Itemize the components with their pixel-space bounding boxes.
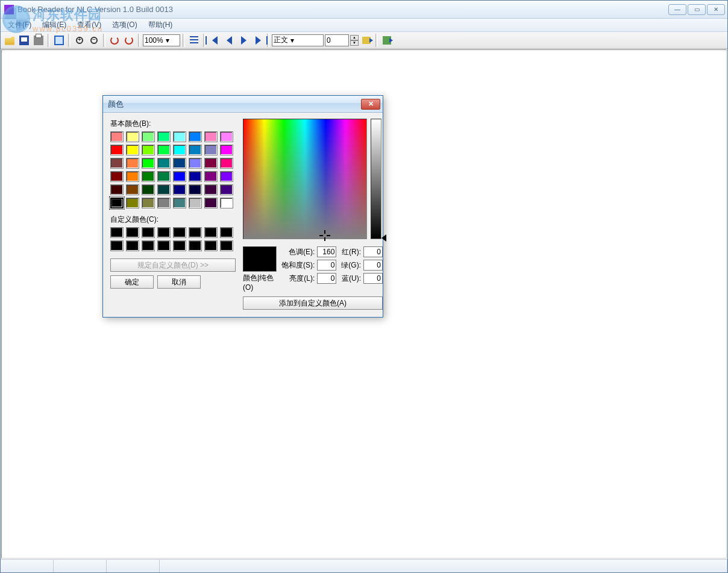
basic-color-swatch[interactable] [204, 145, 218, 155]
add-custom-button[interactable]: 添加到自定义颜色(A) [243, 296, 383, 310]
next-page-button[interactable] [237, 34, 250, 47]
dialog-title-bar[interactable]: 颜色 ✕ [103, 96, 383, 113]
basic-color-swatch[interactable] [173, 145, 186, 155]
custom-color-swatch[interactable] [220, 240, 233, 251]
basic-color-swatch[interactable] [220, 131, 233, 142]
open-button[interactable] [3, 34, 16, 47]
basic-color-swatch[interactable] [110, 131, 124, 142]
custom-color-swatch[interactable] [157, 227, 171, 238]
basic-color-swatch[interactable] [220, 184, 233, 195]
basic-color-swatch[interactable] [189, 198, 202, 208]
prev-page-button[interactable] [222, 34, 236, 47]
minimize-button[interactable]: — [668, 4, 686, 15]
basic-color-swatch[interactable] [142, 198, 155, 208]
ok-button[interactable]: 确定 [110, 275, 154, 289]
basic-color-swatch[interactable] [173, 158, 186, 169]
basic-color-swatch[interactable] [110, 171, 124, 182]
menu-view[interactable]: 查看(V) [72, 19, 106, 31]
basic-color-swatch[interactable] [110, 184, 124, 195]
menu-help[interactable]: 帮助(H) [143, 19, 178, 31]
basic-color-swatch[interactable] [126, 158, 139, 169]
goto-button[interactable] [360, 34, 373, 47]
spin-down-icon[interactable]: ▼ [350, 40, 359, 46]
blue-input[interactable] [363, 273, 383, 284]
maximize-button[interactable]: ▭ [688, 4, 706, 15]
rotate-right-button[interactable] [122, 34, 136, 47]
basic-color-swatch[interactable] [189, 131, 202, 142]
custom-color-swatch[interactable] [126, 240, 139, 251]
basic-color-swatch[interactable] [189, 184, 202, 195]
page-spinner[interactable]: ▲▼ [350, 35, 359, 46]
basic-color-swatch[interactable] [173, 131, 186, 142]
custom-color-swatch[interactable] [110, 227, 124, 238]
basic-color-swatch[interactable] [110, 158, 124, 169]
dialog-close-button[interactable]: ✕ [361, 99, 380, 110]
basic-color-swatch[interactable] [157, 198, 171, 208]
basic-color-swatch[interactable] [142, 145, 155, 155]
close-button[interactable]: ✕ [707, 4, 725, 15]
section-combo[interactable]: 正文▾ [272, 34, 324, 46]
basic-color-swatch[interactable] [142, 158, 155, 169]
hue-input[interactable] [317, 246, 336, 257]
contents-button[interactable] [187, 34, 201, 47]
rotate-left-button[interactable] [108, 34, 121, 47]
basic-color-swatch[interactable] [157, 145, 171, 155]
first-page-button[interactable] [208, 34, 221, 47]
custom-color-swatch[interactable] [157, 240, 171, 251]
basic-color-swatch[interactable] [126, 184, 139, 195]
spin-up-icon[interactable]: ▲ [350, 35, 359, 40]
custom-color-swatch[interactable] [142, 240, 155, 251]
exit-button[interactable] [380, 34, 394, 47]
basic-color-swatch[interactable] [157, 184, 171, 195]
menu-edit[interactable]: 编辑(E) [37, 19, 71, 31]
print-button[interactable] [32, 34, 45, 47]
red-input[interactable] [363, 246, 383, 257]
basic-color-swatch[interactable] [189, 171, 202, 182]
custom-color-swatch[interactable] [204, 240, 218, 251]
custom-color-swatch[interactable] [173, 240, 186, 251]
lum-input[interactable] [317, 273, 336, 284]
basic-color-swatch[interactable] [126, 131, 139, 142]
basic-color-swatch[interactable] [126, 171, 139, 182]
basic-color-swatch[interactable] [142, 131, 155, 142]
zoom-in-button[interactable] [73, 34, 86, 47]
custom-color-swatch[interactable] [220, 227, 233, 238]
basic-color-swatch[interactable] [142, 184, 155, 195]
cancel-button[interactable]: 取消 [157, 275, 201, 289]
menu-file[interactable]: 文件(F) [3, 19, 36, 31]
basic-color-swatch[interactable] [204, 171, 218, 182]
basic-color-swatch[interactable] [220, 145, 233, 155]
basic-color-swatch[interactable] [173, 198, 186, 208]
page-input[interactable] [325, 34, 349, 46]
custom-color-swatch[interactable] [110, 240, 124, 251]
sat-input[interactable] [317, 260, 336, 271]
basic-color-swatch[interactable] [157, 131, 171, 142]
basic-color-swatch[interactable] [110, 145, 124, 155]
luminance-slider[interactable] [371, 119, 381, 239]
menu-options[interactable]: 选项(O) [107, 19, 142, 31]
custom-color-swatch[interactable] [142, 227, 155, 238]
define-custom-button[interactable]: 规定自定义颜色(D) >> [110, 258, 236, 272]
custom-color-swatch[interactable] [173, 227, 186, 238]
fullscreen-button[interactable] [52, 34, 66, 47]
basic-color-swatch[interactable] [204, 158, 218, 169]
basic-color-swatch[interactable] [220, 158, 233, 169]
basic-color-swatch[interactable] [173, 171, 186, 182]
basic-color-swatch[interactable] [126, 198, 139, 208]
basic-color-swatch[interactable] [157, 158, 171, 169]
basic-color-swatch[interactable] [157, 171, 171, 182]
custom-color-swatch[interactable] [126, 227, 139, 238]
save-button[interactable] [17, 34, 31, 47]
basic-color-swatch[interactable] [110, 198, 124, 208]
zoom-combo[interactable]: 100%▾ [143, 34, 180, 46]
basic-color-swatch[interactable] [173, 184, 186, 195]
basic-color-swatch[interactable] [189, 145, 202, 155]
basic-color-swatch[interactable] [220, 171, 233, 182]
basic-color-swatch[interactable] [204, 184, 218, 195]
basic-color-swatch[interactable] [142, 171, 155, 182]
basic-color-swatch[interactable] [220, 198, 233, 208]
basic-color-swatch[interactable] [204, 198, 218, 208]
basic-color-swatch[interactable] [204, 131, 218, 142]
custom-color-swatch[interactable] [189, 240, 202, 251]
basic-color-swatch[interactable] [189, 158, 202, 169]
